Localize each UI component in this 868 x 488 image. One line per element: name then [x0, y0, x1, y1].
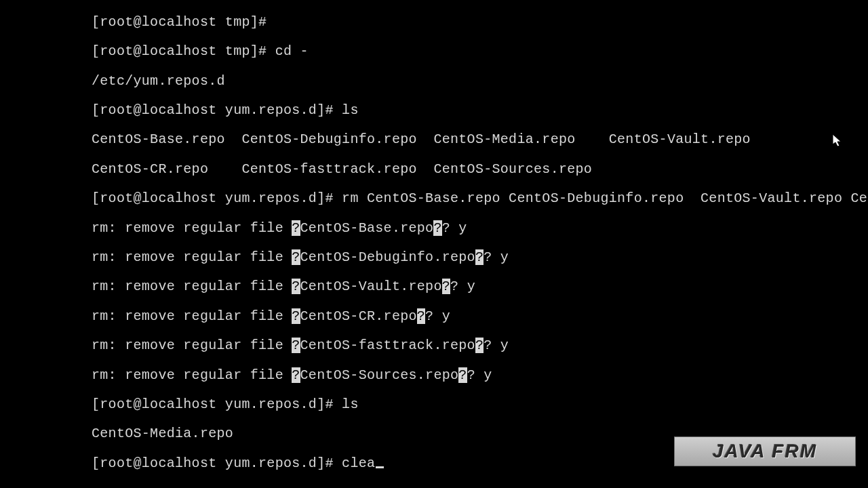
rm-file: CentOS-Debuginfo.repo — [300, 249, 475, 265]
rm-answer: y — [442, 308, 450, 324]
rm-confirm: rm: remove regular file ?CentOS-Vault.re… — [92, 279, 868, 294]
current-command: clea — [342, 455, 375, 471]
rm-prefix: rm: remove regular file — [92, 338, 292, 353]
quote-glyph: ? — [292, 308, 300, 324]
file: CentOS-Vault.repo — [609, 131, 751, 147]
rm-answer: y — [500, 338, 509, 353]
command: cd - — [275, 43, 309, 59]
rm-answer: y — [467, 279, 475, 294]
rm-confirm: rm: remove regular file ?CentOS-Debuginf… — [92, 250, 868, 265]
file: CentOS-fasttrack.repo — [241, 161, 416, 177]
rm-answer: y — [458, 220, 467, 236]
ls-row: CentOS-Base.repo CentOS-Debuginfo.repo C… — [92, 132, 868, 147]
rm-answer: y — [484, 367, 492, 383]
file: CentOS-Base.repo — [92, 131, 225, 147]
command: ls — [342, 396, 359, 412]
rm-prefix: rm: remove regular file — [92, 249, 292, 265]
quote-glyph: ? — [433, 220, 441, 236]
quote-glyph: ? — [475, 338, 484, 353]
prompt-line: [root@localhost tmp]# cd - — [92, 44, 868, 59]
command: rm CentOS-Base.repo CentOS-Debuginfo.rep… — [342, 190, 868, 206]
prompt-line: [root@localhost tmp]# — [92, 15, 868, 30]
file: CentOS-CR.repo — [92, 161, 208, 177]
quote-glyph: ? — [292, 279, 300, 294]
rm-prefix: rm: remove regular file — [92, 220, 292, 236]
quote-glyph: ? — [292, 338, 300, 353]
rm-file: CentOS-fasttrack.repo — [300, 338, 475, 353]
rm-file: CentOS-CR.repo — [300, 308, 417, 324]
quote-glyph: ? — [292, 249, 300, 265]
rm-confirm: rm: remove regular file ?CentOS-CR.repo?… — [92, 309, 868, 324]
watermark-text: JAVA FRM — [713, 444, 817, 459]
quote-glyph: ? — [417, 308, 425, 324]
file: CentOS-Sources.repo — [433, 161, 592, 177]
prompt: [root@localhost yum.repos.d]# — [92, 396, 334, 412]
rm-prefix: rm: remove regular file — [92, 367, 292, 383]
prompt-line: [root@localhost yum.repos.d]# ls — [92, 397, 868, 412]
rm-file: CentOS-Vault.repo — [300, 279, 442, 294]
prompt-line: [root@localhost yum.repos.d]# ls — [92, 103, 868, 118]
rm-prefix: rm: remove regular file — [92, 308, 292, 324]
command: ls — [342, 102, 359, 118]
prompt: [root@localhost tmp]# — [92, 14, 267, 30]
prompt: [root@localhost yum.repos.d]# — [92, 190, 334, 206]
quote-glyph: ? — [292, 220, 300, 236]
quote-glyph: ? — [292, 367, 300, 383]
cursor — [376, 466, 384, 468]
rm-answer: y — [500, 249, 509, 265]
prompt: [root@localhost tmp]# — [92, 43, 267, 59]
rm-confirm: rm: remove regular file ?CentOS-Base.rep… — [92, 221, 868, 236]
rm-confirm: rm: remove regular file ?CentOS-Sources.… — [92, 368, 868, 383]
quote-glyph: ? — [442, 279, 450, 294]
rm-confirm: rm: remove regular file ?CentOS-fasttrac… — [92, 338, 868, 353]
prompt: [root@localhost yum.repos.d]# — [92, 102, 334, 118]
prompt-line: [root@localhost yum.repos.d]# rm CentOS-… — [92, 191, 868, 206]
file: CentOS-Debuginfo.repo — [241, 131, 416, 147]
rm-file: CentOS-Base.repo — [300, 220, 434, 236]
terminal[interactable]: [root@localhost tmp]# [root@localhost tm… — [92, 0, 868, 485]
output-line: /etc/yum.repos.d — [92, 74, 868, 89]
rm-file: CentOS-Sources.repo — [300, 367, 459, 383]
file: CentOS-Media.repo — [433, 131, 575, 147]
ls-row: CentOS-CR.repo CentOS-fasttrack.repo Cen… — [92, 162, 868, 177]
quote-glyph: ? — [458, 367, 467, 383]
prompt: [root@localhost yum.repos.d]# — [92, 455, 334, 471]
watermark-logo: JAVA FRM — [674, 436, 856, 466]
rm-prefix: rm: remove regular file — [92, 279, 292, 294]
quote-glyph: ? — [475, 249, 484, 265]
